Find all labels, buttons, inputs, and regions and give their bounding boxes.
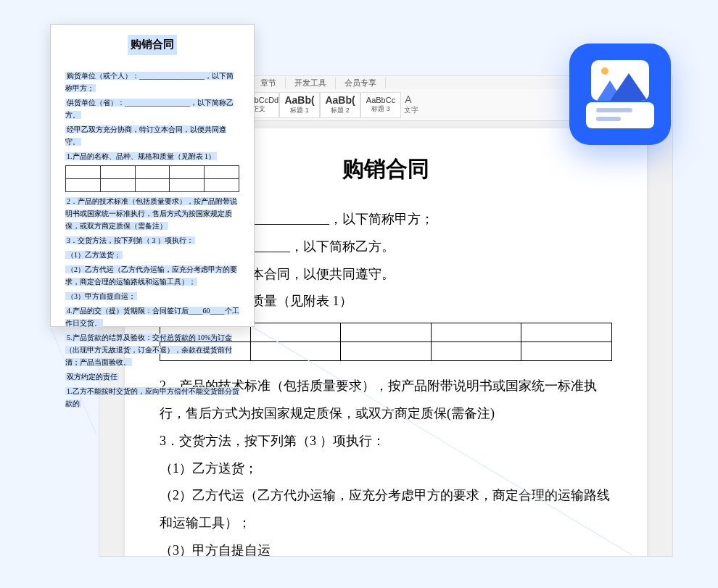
text-tool-icon[interactable]: A [404,95,413,104]
tab-chapter[interactable]: 章节 [252,78,286,88]
tab-devtools[interactable]: 开发工具 [286,78,336,88]
style-h3[interactable]: AaBbCc 标题 3 [360,92,401,118]
photo-icon [591,60,649,101]
scan-table [65,165,239,192]
doc-para: 3．交货方法，按下列第（3 ）项执行： [160,428,612,455]
style-gallery: AaBbCcDd 正文 AaBb( 标题 1 AaBb( 标题 2 AaBbCc… [239,92,401,118]
doc-para: （2）乙方代运（乙方代办运输，应充分考虑甲方的要求，商定合理的运输路线和运输工具… [160,482,612,537]
scanner-bed-icon [586,102,654,128]
scan-line: 4.产品的交（提）货期限：合同签订后____60____个工作日交货。 [65,307,239,327]
scan-line: （1）乙方送货； [65,251,123,259]
doc-para: （1）乙方送货； [160,455,612,483]
style-h2[interactable]: AaBb( 标题 2 [320,92,360,118]
scan-line: 2．产品的技术标准（包括质量要求），按产品附带说明书或国家统一标准执行，售后方式… [65,197,237,230]
scan-line: 5.产品货款的结算及验收：交付总货款的 10%为订金（出现甲方无故退货，订金不退… [65,334,232,366]
scan-line: 1.乙方不能按时交货的，应向甲方偿付不能交货部分货款的 [65,387,239,407]
scan-line: （2）乙方代运（乙方代办运输，应充分考虑甲方的要求，商定合理的运输路线和运输工具… [65,265,237,286]
scanner-app-icon[interactable] [569,44,671,145]
text-tool-group: A 文字 [401,95,421,115]
scan-title: 购销合同 [128,35,177,55]
scan-line: （3）甲方自提自运； [65,292,137,300]
scan-line: 双方约定的责任 [65,373,119,381]
scan-line: 供货单位（省）：__________________，以下简称乙方。 [65,99,234,119]
tab-member[interactable]: 会员专享 [336,78,386,88]
doc-para: （3）甲方自提自运 [160,537,612,557]
scan-preview: 购销合同 购货单位（或个人）：__________________，以下简称甲方… [50,24,255,327]
scan-line: 1.产品的名称、品种、规格和质量（见附表 1） [65,152,217,160]
text-tool-label: 文字 [404,105,418,115]
style-h1[interactable]: AaBb( 标题 1 [279,92,320,118]
scanner-icon-graphic [586,60,654,128]
scan-line: 购货单位（或个人）：__________________，以下简称甲方； [65,72,234,92]
scan-line: 3．交货方法，按下列第（ 3 ）项执行： [65,236,195,244]
scan-line: 经甲乙双方充分协商，特订立本合同，以便共同遵守。 [65,125,226,146]
